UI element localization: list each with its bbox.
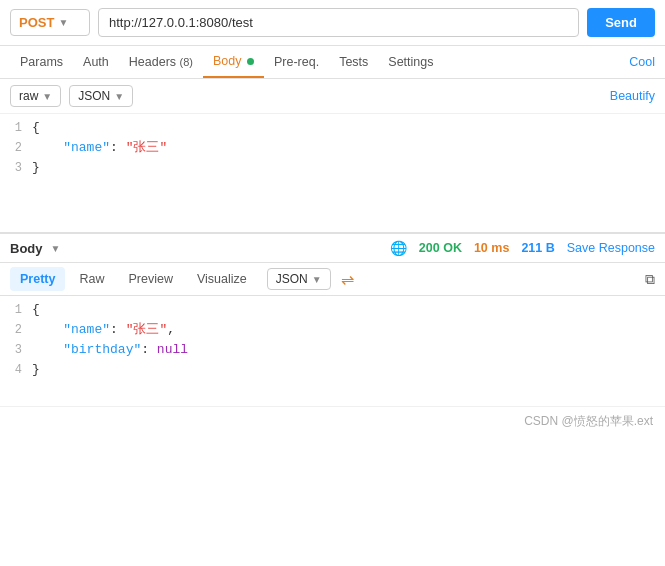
- method-chevron-icon: ▼: [58, 17, 68, 28]
- footer-text: CSDN @愤怒的苹果.ext: [524, 413, 653, 430]
- resp-tab-raw[interactable]: Raw: [69, 267, 114, 291]
- tab-params[interactable]: Params: [10, 47, 73, 77]
- response-body-editor: 1 { 2 "name": "张三", 3 "birthday": null 4…: [0, 296, 665, 406]
- request-bar: POST ▼ Send: [0, 0, 665, 46]
- req-line-1: 1 {: [0, 118, 665, 138]
- footer: CSDN @愤怒的苹果.ext: [0, 406, 665, 436]
- send-button[interactable]: Send: [587, 8, 655, 37]
- resp-tab-pretty[interactable]: Pretty: [10, 267, 65, 291]
- cool-label: Cool: [629, 47, 655, 77]
- response-status-group: 🌐 200 OK 10 ms 211 B Save Response: [390, 240, 655, 256]
- resp-tab-preview[interactable]: Preview: [118, 267, 182, 291]
- response-chevron-icon[interactable]: ▼: [51, 243, 61, 254]
- method-label: POST: [19, 15, 54, 30]
- tab-headers[interactable]: Headers (8): [119, 47, 203, 77]
- url-input[interactable]: [98, 8, 579, 37]
- response-time: 10 ms: [474, 241, 509, 255]
- resp-line-3: 3 "birthday": null: [0, 340, 665, 360]
- json-type-dropdown[interactable]: JSON ▼: [69, 85, 133, 107]
- body-active-dot: [247, 58, 254, 65]
- beautify-button[interactable]: Beautify: [610, 89, 655, 103]
- resp-line-4: 4 }: [0, 360, 665, 380]
- method-dropdown[interactable]: POST ▼: [10, 9, 90, 36]
- resp-json-chevron-icon: ▼: [312, 274, 322, 285]
- status-code: 200 OK: [419, 241, 462, 255]
- response-tabs-row: Pretty Raw Preview Visualize JSON ▼ ⇌ ⧉: [0, 263, 665, 296]
- request-tabs-row: Params Auth Headers (8) Body Pre-req. Te…: [0, 46, 665, 79]
- req-line-3: 3 }: [0, 158, 665, 178]
- headers-badge: (8): [180, 56, 193, 68]
- tab-tests[interactable]: Tests: [329, 47, 378, 77]
- tab-body[interactable]: Body: [203, 46, 264, 78]
- response-size: 211 B: [521, 241, 554, 255]
- globe-icon: 🌐: [390, 240, 407, 256]
- resp-json-dropdown[interactable]: JSON ▼: [267, 268, 331, 290]
- req-line-2: 2 "name": "张三": [0, 138, 665, 158]
- save-response-button[interactable]: Save Response: [567, 241, 655, 255]
- raw-chevron-icon: ▼: [42, 91, 52, 102]
- raw-dropdown[interactable]: raw ▼: [10, 85, 61, 107]
- response-header: Body ▼ 🌐 200 OK 10 ms 211 B Save Respons…: [0, 234, 665, 263]
- tab-prereq[interactable]: Pre-req.: [264, 47, 329, 77]
- response-body-label: Body: [10, 241, 43, 256]
- copy-icon[interactable]: ⧉: [645, 271, 655, 288]
- body-controls-row: raw ▼ JSON ▼ Beautify: [0, 79, 665, 114]
- resp-tab-visualize[interactable]: Visualize: [187, 267, 257, 291]
- resp-line-2: 2 "name": "张三",: [0, 320, 665, 340]
- request-body-editor[interactable]: 1 { 2 "name": "张三" 3 }: [0, 114, 665, 234]
- json-chevron-icon: ▼: [114, 91, 124, 102]
- tab-auth[interactable]: Auth: [73, 47, 119, 77]
- resp-line-1: 1 {: [0, 300, 665, 320]
- tab-settings[interactable]: Settings: [378, 47, 443, 77]
- wrap-lines-icon[interactable]: ⇌: [341, 270, 354, 289]
